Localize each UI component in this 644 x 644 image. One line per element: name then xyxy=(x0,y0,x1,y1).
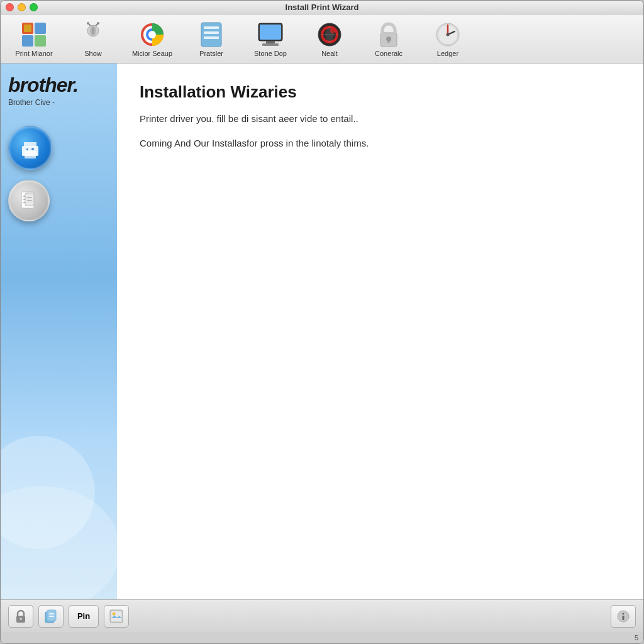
pratsler-icon xyxy=(197,21,225,48)
brother-subtitle: Brother Cive - xyxy=(8,98,55,107)
toolbar-label-micior-seaup: Micior Seaup xyxy=(132,50,172,57)
info-button[interactable] xyxy=(611,605,636,628)
svg-rect-21 xyxy=(260,25,281,40)
svg-rect-2 xyxy=(22,35,33,47)
title-bar: Install Print Wizard xyxy=(1,1,643,14)
page-number: 5 xyxy=(635,634,638,641)
micior-seaup-icon xyxy=(138,21,166,48)
svg-rect-4 xyxy=(24,25,31,32)
svg-rect-16 xyxy=(201,23,221,47)
sidebar-icons xyxy=(8,126,52,221)
svg-rect-18 xyxy=(204,31,219,34)
minimize-button[interactable] xyxy=(18,3,26,11)
sidebar-document-button[interactable] xyxy=(8,180,50,221)
content-paragraph1: Printer driver you. fill be di sisant ae… xyxy=(140,112,621,126)
toolbar-item-stone-dop[interactable]: Stone Dop xyxy=(242,18,299,60)
svg-point-10 xyxy=(87,22,89,25)
svg-rect-46 xyxy=(25,193,34,206)
pin-button[interactable]: Pin xyxy=(69,605,99,628)
svg-rect-48 xyxy=(27,200,32,201)
svg-point-11 xyxy=(97,22,99,25)
toolbar-label-nealt: Nealt xyxy=(321,50,338,57)
sidebar-printer-button[interactable] xyxy=(8,126,52,170)
brand-name: brother. xyxy=(8,74,78,96)
toolbar-item-micior-seaup[interactable]: Micior Seaup xyxy=(124,18,180,60)
sidebar: brother. Brother Cive - xyxy=(1,64,117,599)
svg-point-59 xyxy=(623,613,625,614)
svg-rect-39 xyxy=(25,151,36,158)
toolbar-label-show: Show xyxy=(84,50,102,57)
svg-rect-52 xyxy=(47,610,56,621)
svg-point-57 xyxy=(113,612,116,615)
svg-rect-23 xyxy=(262,43,279,46)
close-button[interactable] xyxy=(6,3,14,11)
bottom-right xyxy=(611,605,636,628)
svg-rect-17 xyxy=(204,26,219,29)
svg-point-36 xyxy=(447,33,450,36)
svg-rect-47 xyxy=(27,197,32,198)
toolbar-label-coneralc: Coneralc xyxy=(375,50,402,57)
window-controls xyxy=(6,3,38,11)
pin-button-label: Pin xyxy=(77,611,90,621)
toolbar-item-coneralc[interactable]: Coneralc xyxy=(360,18,417,60)
copy-button[interactable] xyxy=(38,605,64,628)
toolbar: Print Mianor Show xyxy=(1,14,643,64)
toolbar-item-nealt[interactable]: Nealt xyxy=(301,18,358,60)
toolbar-item-ledger[interactable]: Ledger xyxy=(419,18,476,60)
toolbar-label-print-mianor: Print Mianor xyxy=(15,50,52,57)
svg-rect-19 xyxy=(204,36,219,39)
svg-rect-60 xyxy=(623,616,625,620)
show-icon xyxy=(79,21,107,48)
toolbar-item-print-mianor[interactable]: Print Mianor xyxy=(6,18,62,60)
svg-rect-3 xyxy=(35,35,46,47)
brother-logo: brother. xyxy=(8,74,78,97)
stone-dop-icon xyxy=(257,21,284,48)
main-window: Install Print Wizard Print Mianor xyxy=(0,0,644,644)
toolbar-label-stone-dop: Stone Dop xyxy=(254,50,287,57)
svg-point-50 xyxy=(19,618,22,620)
svg-rect-53 xyxy=(49,613,54,614)
bottom-left-buttons: Pin xyxy=(8,605,129,628)
svg-rect-22 xyxy=(266,41,275,43)
content-paragraph2: Coming And Our Installasfor pross in the… xyxy=(140,136,621,151)
content-title: Installation Wizaries xyxy=(140,82,621,102)
toolbar-label-ledger: Ledger xyxy=(437,50,458,57)
svg-point-15 xyxy=(148,31,156,38)
toolbar-item-pratsler[interactable]: Pratsler xyxy=(183,18,240,60)
main-content: brother. Brother Cive - xyxy=(1,64,643,599)
footer: 5 xyxy=(1,632,643,643)
window-title: Install Print Wizard xyxy=(286,3,359,12)
svg-rect-40 xyxy=(26,148,28,150)
svg-rect-54 xyxy=(49,616,54,617)
nealt-icon xyxy=(316,21,343,48)
svg-rect-31 xyxy=(388,39,390,43)
ledger-icon xyxy=(434,21,462,48)
toolbar-label-pratsler: Pratsler xyxy=(199,50,223,57)
svg-rect-1 xyxy=(35,23,46,34)
lock-button[interactable] xyxy=(8,605,33,628)
bottom-bar: Pin xyxy=(1,599,643,632)
svg-point-41 xyxy=(31,148,34,150)
toolbar-item-show[interactable]: Show xyxy=(65,18,121,60)
image-button[interactable] xyxy=(104,605,129,628)
coneralc-icon xyxy=(375,21,402,48)
svg-point-28 xyxy=(330,28,335,33)
content-panel: Installation Wizaries Printer driver you… xyxy=(117,64,643,599)
print-mianor-icon xyxy=(20,21,48,48)
maximize-button[interactable] xyxy=(30,3,38,11)
svg-point-7 xyxy=(92,27,94,35)
svg-rect-38 xyxy=(24,142,36,147)
